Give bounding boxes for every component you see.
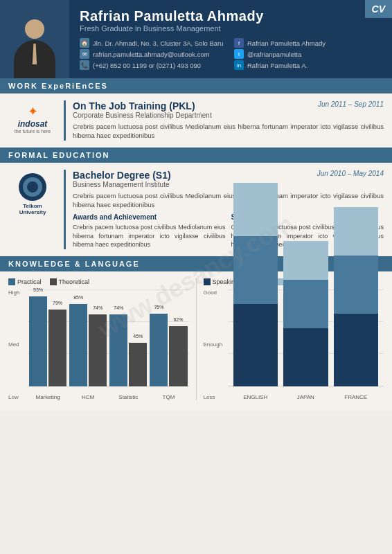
- lang-group-japan: [283, 289, 328, 386]
- social-twitter: t @rafrianpamuletta: [234, 49, 382, 59]
- language-chart: Speaking Writing Listening Good Enough L…: [204, 278, 384, 400]
- bar-chart-area: High Med Low 93%79%85%74%74%45%75%62% Ma…: [8, 289, 189, 400]
- bar-group-hcm: 85%74%: [69, 289, 107, 386]
- telkom-emblem: [19, 173, 46, 201]
- social-linkedin: in Rafrian Pamuletta A.: [234, 60, 382, 70]
- theoretical-bar: 62%: [169, 326, 187, 386]
- telkom-inner: [23, 177, 42, 197]
- lang-y-labels: Good Enough Less: [204, 289, 228, 400]
- lang-x-label-japan: JAPAN: [283, 394, 328, 400]
- legend-theoretical: Theoretical: [50, 278, 90, 285]
- writing-segment: [233, 236, 278, 304]
- work-entry-header: On The Job Training (PKL) Jun 2011 – Sep…: [73, 100, 384, 111]
- awards-section: Awards and Achievement Crebris pacem luc…: [73, 213, 226, 249]
- lang-x-label-english: ENGLISH: [233, 394, 278, 400]
- telkom-core: [27, 181, 38, 193]
- awards-title: Awards and Achievement: [73, 213, 226, 221]
- listening-segment: [283, 241, 328, 280]
- work-entry-content: On The Job Training (PKL) Jun 2011 – Sep…: [64, 100, 384, 141]
- email-icon: ✉: [80, 49, 89, 59]
- practical-bar: 85%: [69, 304, 87, 386]
- theoretical-bar: 45%: [129, 343, 147, 386]
- major: Business Management Institute: [73, 181, 384, 188]
- university-logo: TelkomUniversity: [8, 170, 57, 249]
- candidate-name: Rafrian Pamuletta Ahmady: [80, 8, 382, 24]
- cv-badge: CV: [365, 0, 392, 18]
- degree-title: Bachelor Degree (S1): [73, 170, 171, 181]
- header-info: Rafrian Pamuletta Ahmady Fresh Graduate …: [69, 0, 392, 78]
- chart-divider: [196, 278, 197, 400]
- stacked-bar: [233, 183, 278, 386]
- y-axis-labels: High Med Low: [8, 289, 28, 400]
- listening-segment: [233, 183, 278, 236]
- x-label-tqm: TQM: [150, 394, 187, 400]
- practical-bar: 75%: [150, 314, 168, 386]
- contact-phone: 📞 (+62) 852 00 1199 or (0271) 493 090: [80, 60, 227, 70]
- x-label-hcm: HCM: [69, 394, 107, 400]
- edu-entry-header: Bachelor Degree (S1) Jun 2010 – May 2014: [73, 170, 384, 181]
- avatar-body: [14, 40, 55, 78]
- job-title: On The Job Training (PKL): [73, 100, 195, 111]
- stacked-bar: [334, 207, 379, 386]
- writing-segment: [283, 280, 328, 328]
- legend-practical: Practical: [8, 278, 42, 285]
- bar-group-tqm: 75%62%: [150, 289, 187, 386]
- stacked-bar: [283, 241, 328, 386]
- social-facebook: f Rafrian Pamuletta Ahmady: [234, 38, 382, 48]
- speaking-color: [204, 278, 211, 285]
- theoretical-color: [50, 278, 57, 285]
- practical-bar: 93%: [29, 296, 47, 386]
- work-section-header: WORK ExpeRiEnCES: [0, 78, 392, 93]
- lang-x-label-france: FRANCE: [334, 394, 379, 400]
- listening-segment: [334, 207, 379, 256]
- avatar: [0, 0, 69, 78]
- indosat-name: indosat: [18, 119, 48, 129]
- telkom-name: TelkomUniversity: [19, 203, 46, 216]
- company-logo: ✦ indosat the future is here: [8, 100, 57, 141]
- header: Rafrian Pamuletta Ahmady Fresh Graduate …: [0, 0, 392, 78]
- practical-bar: 74%: [109, 314, 127, 386]
- phone-icon: 📞: [80, 60, 89, 70]
- lang-group-france: [334, 289, 379, 386]
- lang-group-english: [233, 289, 278, 386]
- avatar-head: [25, 19, 44, 39]
- skills-bar-chart: Practical Theoretical High Med Low: [8, 278, 189, 400]
- speaking-segment: [233, 304, 278, 386]
- indosat-star-icon: ✦: [28, 104, 38, 119]
- theoretical-bar: 79%: [48, 310, 66, 386]
- edu-date: Jun 2010 – May 2014: [317, 170, 384, 177]
- indosat-tagline: the future is here: [15, 129, 51, 134]
- contact-grid: 🏠 Jln. Dr. Ahmadi, No. 3, Cluster 3A, So…: [80, 38, 382, 70]
- address-icon: 🏠: [80, 38, 89, 48]
- candidate-subtitle: Fresh Graduate in Business Management: [80, 24, 382, 33]
- speaking-segment: [334, 314, 379, 386]
- bar-group-statistic: 74%45%: [109, 289, 147, 386]
- department: Corporate Business Relationship Departme…: [73, 111, 384, 119]
- writing-segment: [334, 256, 379, 314]
- theoretical-bar: 74%: [89, 314, 107, 386]
- twitter-icon: t: [234, 49, 244, 59]
- telkom-logo: TelkomUniversity: [19, 173, 46, 216]
- lang-chart-area: Good Enough Less ENGLISHJAPANFRANCE: [204, 289, 384, 400]
- work-date: Jun 2011 – Sep 2011: [318, 100, 384, 108]
- speaking-segment: [283, 328, 328, 386]
- work-section: WORK ExpeRiEnCES ✦ indosat the future is…: [0, 78, 392, 148]
- work-description: Crebris pacem luctuosa post civilibus Me…: [73, 122, 384, 141]
- knowledge-section: KNOWLEDGE & LANGUAGE Practical Theoretic…: [0, 256, 392, 411]
- x-label-marketing: Marketing: [29, 394, 66, 400]
- facebook-icon: f: [234, 38, 244, 48]
- bar-chart-legend: Practical Theoretical: [8, 278, 189, 285]
- contact-email: ✉ rafrian.pamuletta.ahmady@outlook.com: [80, 49, 227, 59]
- x-label-statistic: Statistic: [109, 394, 147, 400]
- work-entry: ✦ indosat the future is here On The Job …: [0, 93, 392, 148]
- awards-desc: Crebris pacem luctuosa post civilibus Me…: [73, 223, 226, 249]
- avatar-tie: [32, 44, 37, 64]
- linkedin-icon: in: [234, 60, 244, 70]
- indosat-logo: ✦ indosat the future is here: [15, 104, 51, 134]
- bar-group-marketing: 93%79%: [29, 289, 66, 386]
- practical-color: [8, 278, 15, 285]
- charts-container: Practical Theoretical High Med Low: [0, 271, 392, 404]
- education-section-header: FORMAL EDUCATION: [0, 148, 392, 163]
- contact-address: 🏠 Jln. Dr. Ahmadi, No. 3, Cluster 3A, So…: [80, 38, 227, 48]
